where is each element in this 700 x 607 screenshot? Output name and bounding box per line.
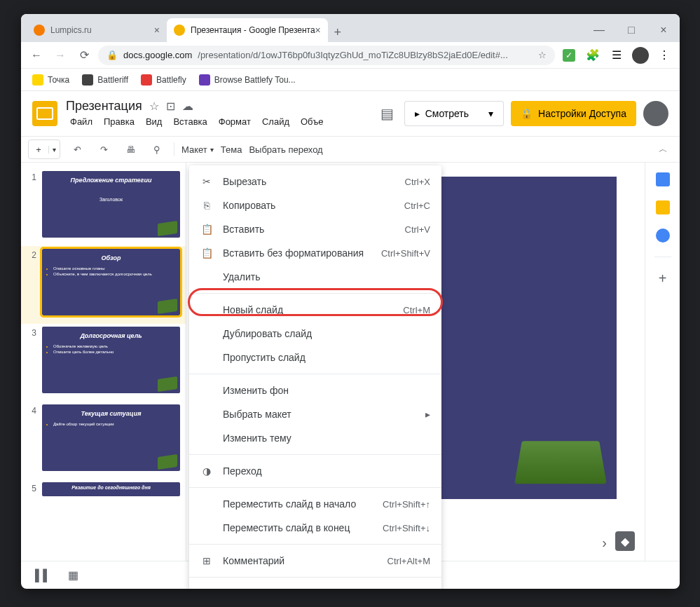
url-domain: docs.google.com (123, 50, 192, 60)
side-panel: + (645, 163, 680, 561)
tab-strip: Lumpics.ru × Презентация - Google Презен… (21, 14, 680, 42)
slides-logo[interactable] (32, 101, 57, 126)
cut-icon: ✂ (200, 175, 213, 188)
ctx-delete[interactable]: Удалить (189, 265, 441, 289)
thumb-2[interactable]: 2 ОбзорОпишите основные планыОбъясните, … (21, 246, 186, 324)
new-slide-button[interactable]: +▾ (28, 139, 60, 159)
url-path: /presentation/d/1owJT6bp0fu3IqtyzGhUd_mo… (198, 50, 507, 60)
ctx-cut[interactable]: ✂ВырезатьCtrl+X (189, 170, 441, 193)
thumb-3[interactable]: 3 Долгосрочная цельОбозначьте желаемую ц… (21, 324, 186, 402)
star-icon[interactable]: ☆ (149, 100, 159, 113)
move-icon[interactable]: ⊡ (166, 100, 175, 113)
grid-view-icon[interactable]: ▦ (68, 568, 78, 582)
comment-icon: ⊞ (200, 554, 213, 567)
ctx-keep[interactable]: ◉Сохранить в Google Keep (189, 582, 441, 589)
ctx-move-start[interactable]: Переместить слайд в началоCtrl+Shift+↑ (189, 492, 441, 516)
tasks-icon[interactable] (656, 229, 670, 243)
maximize-button[interactable]: □ (615, 18, 647, 42)
filmstrip[interactable]: 1 Предложение стратегииЗаголовок 2 Обзор… (21, 163, 186, 561)
ctx-transition[interactable]: ◑Переход (189, 459, 441, 483)
favicon (174, 25, 185, 36)
share-button[interactable]: 🔒Настройки Доступа (511, 101, 636, 126)
redo-button[interactable]: ↷ (94, 139, 114, 159)
menu-file[interactable]: Файл (66, 115, 97, 128)
theme-button[interactable]: Тема (221, 144, 242, 155)
bookmark-battleriff[interactable]: Battleriff (78, 71, 132, 88)
cloud-icon[interactable]: ☁ (182, 100, 193, 113)
paint-format-button[interactable]: ⚲ (147, 139, 167, 159)
ctx-change-bg[interactable]: Изменить фон (189, 378, 441, 402)
transition-button[interactable]: Выбрать переход (249, 144, 322, 155)
document-title[interactable]: Презентация (66, 99, 142, 114)
tab-lumpics[interactable]: Lumpics.ru × (27, 18, 167, 42)
menu-arrange[interactable]: Объе (296, 115, 327, 128)
ctx-paste[interactable]: 📋ВставитьCtrl+V (189, 217, 441, 241)
close-icon[interactable]: × (315, 25, 321, 36)
close-button[interactable]: × (647, 18, 680, 42)
url-input[interactable]: 🔒 docs.google.com/presentation/d/1owJT6b… (98, 46, 555, 65)
extensions-icon[interactable]: 🧩 (583, 46, 603, 65)
tab-slides[interactable]: Презентация - Google Презента × (167, 18, 328, 42)
copy-icon: ⎘ (200, 199, 213, 212)
comments-icon[interactable]: ▤ (378, 104, 397, 123)
ctx-new-slide[interactable]: Новый слайдCtrl+M (189, 298, 441, 322)
close-icon[interactable]: × (154, 25, 160, 36)
bookmark-battlefly[interactable]: Battlefly (137, 71, 191, 88)
reading-list-icon[interactable]: ☰ (607, 46, 626, 65)
menu-edit[interactable]: Правка (99, 115, 139, 128)
ctx-change-theme[interactable]: Изменить тему (189, 426, 441, 450)
menu-slide[interactable]: Слайд (258, 115, 294, 128)
ctx-skip[interactable]: Пропустить слайд (189, 346, 441, 369)
tab-title: Lumpics.ru (50, 25, 92, 35)
reload-button[interactable]: ⟳ (74, 46, 94, 65)
thumb-1[interactable]: 1 Предложение стратегииЗаголовок (21, 168, 186, 246)
ctx-paste-noformat[interactable]: 📋Вставить без форматированияCtrl+Shift+V (189, 241, 441, 265)
ctx-copy[interactable]: ⎘КопироватьCtrl+C (189, 193, 441, 217)
print-button[interactable]: 🖶 (121, 139, 140, 159)
thumb-5[interactable]: 5 Развитие до сегодняшнего дня (21, 479, 186, 505)
undo-button[interactable]: ↶ (67, 139, 87, 159)
ctx-comment[interactable]: ⊞КомментарийCtrl+Alt+M (189, 549, 441, 573)
separator (654, 257, 671, 257)
thumb-4[interactable]: 4 Текущая ситуацияДайте обзор текущей си… (21, 402, 186, 479)
minimize-button[interactable]: — (583, 18, 615, 42)
tab-title: Презентация - Google Презента (191, 25, 315, 35)
play-icon: ▸ (415, 108, 420, 119)
app-header: Презентация ☆ ⊡ ☁ Файл Правка Вид Вставк… (21, 91, 680, 136)
ctx-move-end[interactable]: Переместить слайд в конецCtrl+Shift+↓ (189, 516, 441, 540)
maze-graphic (514, 441, 607, 484)
paste-icon: 📋 (200, 223, 213, 236)
filmstrip-view-icon[interactable]: ▌▌ (35, 569, 51, 582)
back-button[interactable]: ← (27, 46, 46, 65)
add-extension-icon[interactable]: + (656, 271, 670, 285)
present-dropdown[interactable]: ▾ (479, 101, 504, 126)
transition-icon: ◑ (200, 465, 213, 477)
user-avatar[interactable] (643, 101, 668, 126)
profile-avatar[interactable] (631, 46, 650, 65)
bookmark-battlefy[interactable]: Browse Battlefy Tou... (195, 71, 300, 88)
menu-icon[interactable]: ⋮ (654, 46, 674, 65)
forward-button[interactable]: → (50, 46, 70, 65)
ctx-choose-layout[interactable]: Выбрать макет (189, 402, 441, 426)
menu-view[interactable]: Вид (142, 115, 167, 128)
layout-dropdown[interactable]: Макет▾ (181, 144, 214, 155)
favicon (34, 25, 45, 36)
star-icon[interactable]: ☆ (538, 50, 547, 60)
ctx-duplicate[interactable]: Дублировать слайд (189, 322, 441, 346)
calendar-icon[interactable] (656, 172, 670, 186)
keep-icon: ◉ (200, 587, 213, 589)
bookmark-tochka[interactable]: Точка (28, 71, 74, 88)
present-button[interactable]: ▸Смотреть (404, 101, 479, 126)
paste-noformat-icon: 📋 (200, 247, 213, 259)
new-tab-button[interactable]: + (328, 22, 348, 42)
window-controls: — □ × (583, 18, 680, 42)
collapse-toolbar-icon[interactable]: ︿ (653, 139, 673, 159)
explore-button[interactable]: ◆ (615, 531, 635, 551)
lock-icon: 🔒 (107, 50, 118, 60)
menu-insert[interactable]: Вставка (169, 115, 211, 128)
keep-icon[interactable] (656, 200, 670, 214)
explore-nav[interactable]: › (602, 535, 607, 551)
lock-icon: 🔒 (521, 108, 533, 119)
extension-icon[interactable]: ✓ (559, 46, 579, 65)
menu-format[interactable]: Формат (214, 115, 255, 128)
